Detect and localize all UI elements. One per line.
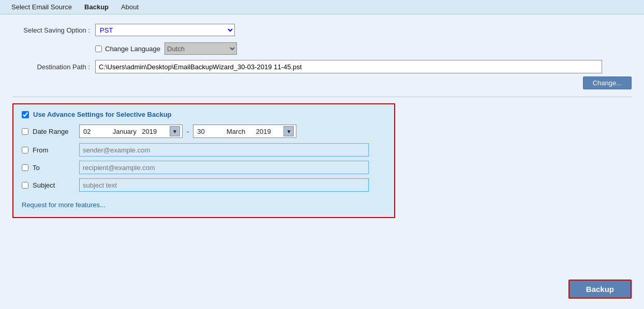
destination-label: Destination Path : <box>12 63 95 71</box>
date-from-calendar-icon[interactable]: ▼ <box>170 126 180 136</box>
saving-option-row: Select Saving Option : PST EML MSG MBOX … <box>12 24 632 36</box>
request-features-link[interactable]: Request for more features... <box>22 201 106 209</box>
advance-title-row: Use Advance Settings for Selective Backu… <box>22 111 386 118</box>
to-filter-row: To <box>22 161 386 174</box>
menu-backup[interactable]: Backup <box>78 2 115 12</box>
date-range-row: Date Range 02 January 2019 ▼ - 30 March … <box>22 125 386 138</box>
from-input[interactable] <box>79 143 369 157</box>
date-from-year: 2019 <box>140 128 170 135</box>
advance-settings-box: Use Advance Settings for Selective Backu… <box>12 103 395 218</box>
from-label: From <box>33 146 79 154</box>
date-separator: - <box>187 128 189 135</box>
backup-btn-row: Backup <box>568 280 632 299</box>
subject-filter-row: Subject <box>22 178 386 192</box>
language-select[interactable]: Dutch English French German Spanish <box>164 42 237 55</box>
subject-input[interactable] <box>79 178 369 192</box>
menu-select-email-source[interactable]: Select Email Source <box>5 2 78 12</box>
from-checkbox[interactable] <box>22 147 28 153</box>
from-filter-row: From <box>22 143 386 157</box>
date-from-month: January <box>111 128 141 135</box>
to-label: To <box>33 164 79 172</box>
saving-option-select[interactable]: PST EML MSG MBOX PDF <box>95 24 235 36</box>
date-range-label: Date Range <box>33 128 79 135</box>
destination-input[interactable] <box>95 60 602 73</box>
subject-checkbox[interactable] <box>22 182 28 189</box>
destination-row: Destination Path : <box>12 60 632 73</box>
change-button[interactable]: Change... <box>583 76 632 89</box>
to-checkbox[interactable] <box>22 164 28 171</box>
date-from-field: 02 January 2019 ▼ <box>79 125 183 138</box>
advance-settings-title: Use Advance Settings for Selective Backu… <box>33 111 172 118</box>
advance-settings-checkbox[interactable] <box>22 111 29 118</box>
change-btn-row: Change... <box>12 76 632 89</box>
date-from-day: 02 <box>82 128 111 135</box>
backup-button[interactable]: Backup <box>568 280 632 299</box>
date-to-calendar-icon[interactable]: ▼ <box>283 126 294 136</box>
language-row: Change Language Dutch English French Ger… <box>95 42 632 55</box>
change-language-checkbox[interactable] <box>95 45 102 52</box>
date-to-year: 2019 <box>254 128 284 135</box>
date-range-checkbox[interactable] <box>22 128 28 135</box>
subject-label: Subject <box>33 181 79 189</box>
menu-about[interactable]: About <box>115 2 145 12</box>
date-to-month: March <box>225 128 254 135</box>
main-content: Select Saving Option : PST EML MSG MBOX … <box>0 14 644 309</box>
date-to-day: 30 <box>196 128 225 135</box>
date-to-field: 30 March 2019 ▼ <box>193 125 296 138</box>
separator-line <box>12 97 632 97</box>
saving-option-label: Select Saving Option : <box>12 26 95 34</box>
menubar: Select Email Source Backup About <box>0 0 644 14</box>
change-language-label: Change Language <box>105 45 160 53</box>
to-input[interactable] <box>79 161 369 174</box>
